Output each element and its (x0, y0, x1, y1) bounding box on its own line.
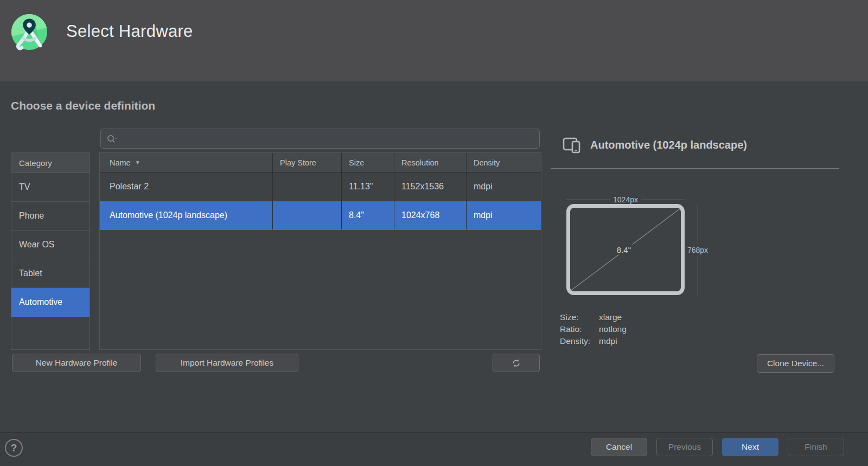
cell-name: Automotive (1024p landscape) (100, 201, 273, 229)
next-button[interactable]: Next (722, 438, 778, 456)
column-header-play-store[interactable]: Play Store (273, 153, 342, 172)
search-input[interactable] (123, 134, 534, 143)
category-item-phone[interactable]: Phone (11, 202, 90, 231)
ruler-line (698, 256, 698, 295)
device-table-header: Name ▼ Play Store Size Resolution Densit… (100, 153, 541, 173)
cell-resolution: 1024x768 (394, 201, 467, 229)
device-screen-diagram: 8.4" (566, 204, 685, 295)
cell-resolution: 1152x1536 (394, 173, 467, 201)
cell-name: Polestar 2 (100, 173, 273, 201)
cell-density: mdpi (467, 173, 541, 201)
spec-size: Size: xlarge (560, 311, 627, 323)
spec-ratio: Ratio: notlong (560, 323, 627, 335)
import-hardware-profiles-button[interactable]: Import Hardware Profiles (156, 354, 298, 372)
category-list: Category TV Phone Wear OS Tablet Automot… (11, 152, 90, 350)
clone-device-button[interactable]: Clone Device... (757, 354, 834, 373)
category-list-header: Category (11, 153, 90, 173)
question-mark-icon: ? (11, 442, 17, 454)
diagram-width-label: 1024px (610, 195, 641, 204)
new-hardware-profile-button[interactable]: New Hardware Profile (12, 354, 141, 372)
cancel-button[interactable]: Cancel (591, 438, 647, 456)
cell-size: 8.4" (342, 201, 394, 229)
dialog-footer: ? Cancel Previous Next Finish (0, 432, 868, 466)
previous-button[interactable]: Previous (656, 438, 713, 456)
devices-icon (562, 137, 583, 154)
dialog-title: Select Hardware (66, 22, 193, 41)
ruler-line (641, 200, 685, 200)
help-button[interactable]: ? (5, 439, 23, 457)
cell-play-store (273, 201, 342, 229)
category-item-automotive[interactable]: Automotive (11, 288, 90, 317)
detail-panel-separator (551, 168, 839, 169)
diagram-height-ruler: 768px (686, 205, 710, 295)
ruler-line (566, 200, 610, 200)
select-hardware-dialog: Select Hardware Choose a device definiti… (0, 0, 868, 466)
android-studio-logo-icon (10, 13, 48, 51)
diagram-diagonal-label: 8.4" (614, 245, 634, 255)
dialog-titlebar: Select Hardware (0, 0, 868, 81)
device-table: Name ▼ Play Store Size Resolution Densit… (99, 152, 541, 350)
refresh-button[interactable] (493, 354, 540, 372)
refresh-icon (511, 358, 521, 368)
ruler-line (698, 205, 698, 244)
category-item-wear-os[interactable]: Wear OS (11, 231, 90, 259)
column-header-name[interactable]: Name ▼ (100, 153, 273, 172)
cell-density: mdpi (467, 201, 541, 229)
device-search-field[interactable] (100, 129, 540, 149)
finish-button[interactable]: Finish (788, 438, 844, 456)
selected-device-title: Automotive (1024p landscape) (590, 139, 747, 151)
detail-panel-header: Automotive (1024p landscape) (562, 137, 747, 154)
search-icon[interactable] (106, 134, 118, 144)
sort-descending-icon: ▼ (135, 159, 141, 165)
category-item-tablet[interactable]: Tablet (11, 259, 90, 288)
section-title: Choose a device definition (11, 99, 155, 112)
diagram-width-ruler: 1024px (566, 195, 685, 204)
category-item-tv[interactable]: TV (11, 173, 90, 202)
column-header-density[interactable]: Density (467, 153, 541, 172)
column-header-resolution[interactable]: Resolution (394, 153, 467, 172)
device-specs: Size: xlarge Ratio: notlong Density: mdp… (560, 311, 627, 347)
spec-density: Density: mdpi (560, 335, 627, 347)
cell-play-store (273, 173, 342, 201)
table-row-automotive-1024p[interactable]: Automotive (1024p landscape) 8.4" 1024x7… (100, 201, 541, 230)
footer-buttons: Cancel Previous Next Finish (591, 438, 844, 456)
table-row-polestar-2[interactable]: Polestar 2 11.13" 1152x1536 mdpi (100, 173, 541, 201)
column-header-size[interactable]: Size (342, 153, 394, 172)
diagram-height-label: 768px (687, 244, 708, 256)
cell-size: 11.13" (342, 173, 394, 201)
